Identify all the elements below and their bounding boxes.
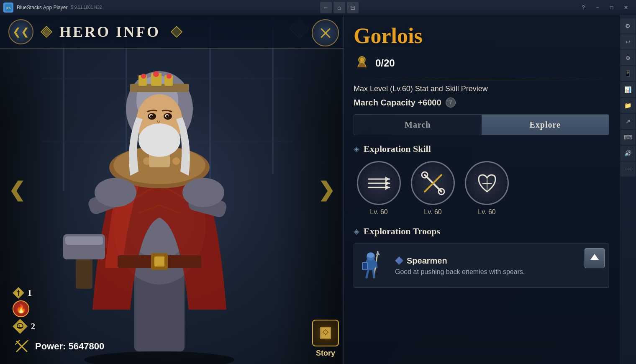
window-close-button[interactable]: ✕: [619, 2, 633, 13]
svg-point-46: [182, 178, 224, 207]
sidebar-btn-6[interactable]: 📁: [621, 98, 636, 113]
troop-info: Spearmen Good at pushing back enemies wi…: [395, 256, 604, 276]
march-capacity-text: March Capacity +6000: [354, 98, 441, 108]
hero-name: Gorlois: [354, 23, 609, 48]
exploration-skill-label: Exploration Skill: [364, 144, 431, 154]
hero-info-close-button[interactable]: [312, 19, 339, 46]
badge-spear: 1: [13, 287, 104, 299]
troops-diamond-icon: ◈: [354, 227, 359, 236]
troop-card: Spearmen Good at pushing back enemies wi…: [354, 244, 609, 288]
explore-tab[interactable]: Explore: [482, 115, 609, 135]
sidebar-btn-2[interactable]: ↩: [621, 34, 636, 49]
svg-text:BS: BS: [6, 6, 10, 10]
sidebar-btn-8[interactable]: ⌨: [621, 130, 636, 145]
troop-name-row: Spearmen: [395, 256, 604, 266]
app-name: BlueStacks App Player: [17, 5, 67, 10]
sidebar-btn-4[interactable]: 📱: [621, 66, 636, 81]
minimize-button[interactable]: −: [591, 2, 604, 13]
troop-diamond-icon: [395, 256, 403, 265]
window-controls: ? − □ ✕: [577, 2, 633, 13]
svg-point-17: [172, 157, 180, 165]
badge-1-num: 1: [28, 288, 32, 298]
story-button[interactable]: Story: [312, 320, 339, 358]
skills-row: Lv. 60 Lv. 60: [354, 161, 609, 216]
svg-line-89: [367, 270, 368, 277]
sidebar-btn-10[interactable]: ⋯: [621, 161, 636, 177]
story-icon: [312, 320, 339, 346]
app-version: 5.9.11.1001 N32: [71, 5, 102, 10]
svg-point-86: [367, 253, 374, 258]
skill-circle-2[interactable]: [411, 161, 455, 205]
prev-hero-button[interactable]: ❮: [6, 173, 27, 206]
svg-rect-44: [154, 256, 164, 267]
svg-rect-40: [65, 236, 103, 245]
sidebar-btn-5[interactable]: 📊: [621, 82, 636, 97]
svg-marker-92: [590, 254, 599, 260]
svg-point-45: [95, 178, 136, 207]
svg-point-8: [84, 351, 235, 364]
svg-point-27: [153, 71, 159, 77]
info-panel: Gorlois 0/20 Max Level (Lv.60) Stat and …: [343, 15, 619, 364]
header-decoration-left: [40, 26, 53, 38]
next-hero-button[interactable]: ❯: [316, 173, 337, 206]
flame-circle: 🔥: [13, 300, 29, 317]
back-button[interactable]: ❮❮: [8, 19, 33, 44]
march-tab[interactable]: March: [354, 115, 482, 135]
sidebar-btn-1[interactable]: ⚙: [621, 18, 636, 33]
nav-back-button[interactable]: ←: [320, 2, 332, 13]
svg-marker-49: [171, 26, 182, 37]
maximize-button[interactable]: □: [605, 2, 618, 13]
skill-circle-1[interactable]: [357, 161, 401, 205]
badge-2-num: 2: [31, 322, 35, 331]
divider-1: [354, 80, 609, 80]
svg-text:2: 2: [18, 325, 20, 328]
flame-icon: 🔥: [16, 304, 26, 314]
skill-2-level: Lv. 60: [424, 208, 441, 216]
swords-icon: [13, 337, 31, 356]
troop-upgrade-button[interactable]: [585, 248, 605, 268]
badge-helmet: 2 2: [13, 319, 104, 334]
svg-point-34: [150, 115, 153, 118]
hero-badges: 1 🔥 2 2: [13, 287, 104, 356]
svg-point-35: [166, 115, 169, 118]
skill-item-2: Lv. 60: [411, 161, 455, 216]
exploration-troops-section: ◈ Exploration Troops: [354, 226, 609, 288]
svg-line-62: [24, 340, 28, 344]
sidebar-btn-9[interactable]: 🔊: [621, 146, 636, 161]
troop-name: Spearmen: [407, 256, 447, 266]
skill-item-1: Lv. 60: [357, 161, 401, 216]
help-icon[interactable]: ?: [446, 97, 456, 108]
stars-count: 0/20: [375, 57, 395, 69]
svg-marker-71: [385, 177, 390, 182]
skill-circle-3[interactable]: [465, 161, 509, 205]
svg-line-88: [376, 262, 377, 267]
hero-portrait-area: ❮❮ HERO INFO: [0, 15, 343, 364]
svg-marker-83: [376, 251, 380, 255]
exploration-troops-section-header: ◈ Exploration Troops: [354, 226, 609, 237]
close-icon: [319, 26, 332, 40]
header-decoration-right: [170, 26, 183, 38]
power-display: Power: 5647800: [13, 337, 104, 356]
nav-bookmark-button[interactable]: ⊟: [347, 2, 359, 13]
skill-3-level: Lv. 60: [478, 208, 495, 216]
page-header: ❮❮ HERO INFO: [0, 15, 343, 49]
svg-point-26: [141, 74, 146, 79]
titlebar-nav: ← ⌂ ⊟: [320, 2, 359, 13]
svg-point-28: [167, 74, 172, 79]
skill-item-3: Lv. 60: [465, 161, 509, 216]
troop-description: Good at pushing back enemies with spears…: [395, 268, 604, 276]
star-icon: [354, 55, 370, 72]
right-sidebar: ⚙ ↩ ⊕ 📱 📊 📁 ↗ ⌨ 🔊 ⋯: [619, 15, 636, 364]
help-button[interactable]: ?: [577, 2, 590, 13]
svg-line-90: [373, 270, 374, 277]
app-logo: BS: [3, 3, 13, 13]
game-area: ❮❮ HERO INFO: [0, 15, 619, 364]
svg-point-36: [138, 123, 180, 157]
nav-home-button[interactable]: ⌂: [333, 2, 345, 13]
sidebar-btn-7[interactable]: ↗: [621, 114, 636, 129]
badge-flame: 🔥: [13, 300, 104, 317]
sidebar-btn-3[interactable]: ⊕: [621, 50, 636, 65]
tab-row: March Explore: [354, 114, 609, 135]
skill-1-level: Lv. 60: [370, 208, 387, 216]
svg-marker-75: [385, 185, 390, 190]
